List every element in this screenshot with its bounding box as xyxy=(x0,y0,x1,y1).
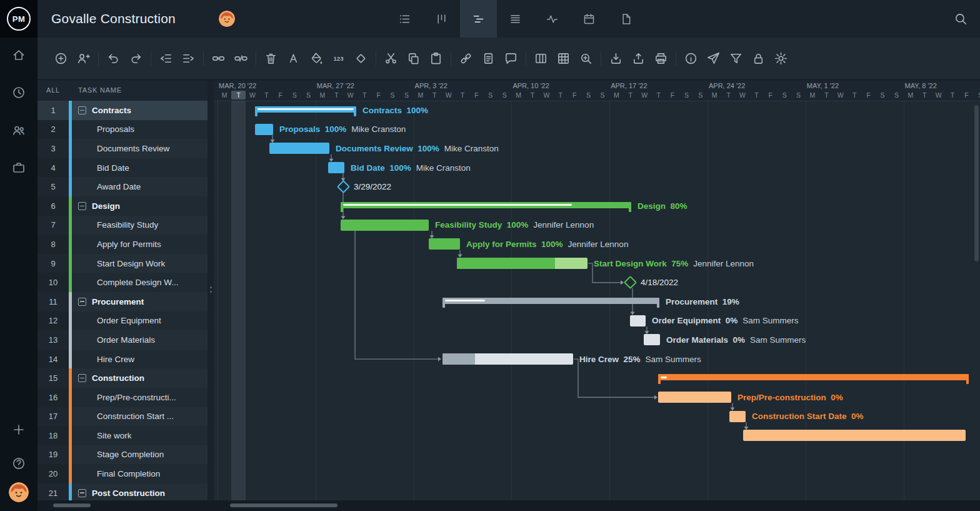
tab-board-view[interactable] xyxy=(423,0,460,38)
task-name[interactable]: Post Construction xyxy=(72,483,208,500)
task-name[interactable]: Bid Date xyxy=(72,158,208,178)
panel-splitter[interactable] xyxy=(208,80,214,500)
tab-gantt-view[interactable] xyxy=(460,0,497,38)
number-format-button[interactable]: 123 xyxy=(331,51,346,66)
fill-color-button[interactable] xyxy=(309,51,323,66)
nav-team-button[interactable] xyxy=(11,123,26,138)
gantt-bar-apply-permits[interactable] xyxy=(429,238,460,250)
task-row-18[interactable]: 18Site work xyxy=(38,426,208,445)
task-row-5[interactable]: 5Award Date xyxy=(38,177,208,196)
table-scroll-thumb[interactable] xyxy=(53,503,91,507)
print-button[interactable] xyxy=(654,51,668,66)
gantt-summary-bar-procurement[interactable] xyxy=(442,298,659,304)
gantt-bar-documents-review[interactable] xyxy=(269,143,329,154)
task-name[interactable]: Prep/Pre-constructi... xyxy=(72,388,208,407)
task-name[interactable]: Feasibility Study xyxy=(72,216,208,235)
task-row-12[interactable]: 12Order Equipment xyxy=(38,311,208,331)
indent-button[interactable] xyxy=(181,51,196,66)
undo-button[interactable] xyxy=(106,51,121,66)
gantt-bar-construction-start[interactable] xyxy=(729,411,746,422)
task-name[interactable]: Contracts xyxy=(72,101,208,120)
task-name[interactable]: Site work xyxy=(72,426,208,445)
task-name[interactable]: Construction xyxy=(72,368,208,388)
add-task-button[interactable] xyxy=(54,51,68,66)
tab-docs-view[interactable] xyxy=(608,0,644,38)
task-row-2[interactable]: 2Proposals xyxy=(38,120,208,139)
collapse-toggle[interactable] xyxy=(78,106,86,114)
vertical-scrollbar[interactable] xyxy=(974,105,979,261)
comment-button[interactable] xyxy=(504,51,518,66)
assign-user-button[interactable] xyxy=(76,51,91,66)
nav-portfolio-button[interactable] xyxy=(11,160,26,175)
task-name[interactable]: Design xyxy=(72,196,208,216)
task-name[interactable]: Construction Start ... xyxy=(72,407,208,427)
info-button[interactable] xyxy=(684,51,698,66)
task-name[interactable]: Award Date xyxy=(72,177,208,196)
task-row-21[interactable]: 21Post Construction xyxy=(38,483,208,500)
task-name[interactable]: Proposals xyxy=(72,120,208,139)
gantt-bar-hire-crew[interactable] xyxy=(442,353,573,365)
task-name[interactable]: Final Completion xyxy=(72,464,208,483)
gantt-bar-order-materials[interactable] xyxy=(644,334,660,345)
app-logo[interactable]: PM xyxy=(0,0,38,38)
delete-button[interactable] xyxy=(264,51,278,66)
add-milestone-button[interactable] xyxy=(354,51,368,66)
task-row-9[interactable]: 9Start Design Work xyxy=(38,254,208,273)
import-button[interactable] xyxy=(609,51,623,66)
task-name[interactable]: Complete Design W... xyxy=(72,273,208,292)
notes-button[interactable] xyxy=(481,51,496,66)
tab-activity-view[interactable] xyxy=(534,0,571,38)
gantt-bar-site-work[interactable] xyxy=(743,430,966,441)
lock-button[interactable] xyxy=(751,51,766,66)
nav-help-button[interactable] xyxy=(11,456,26,471)
gantt-summary-bar-design[interactable] xyxy=(341,202,631,208)
copy-button[interactable] xyxy=(406,51,421,66)
outdent-button[interactable] xyxy=(159,51,173,66)
redo-button[interactable] xyxy=(129,51,143,66)
nav-home-button[interactable] xyxy=(11,48,26,63)
task-row-6[interactable]: 6Design xyxy=(38,196,208,216)
tab-sheet-view[interactable] xyxy=(497,0,534,38)
task-row-16[interactable]: 16Prep/Pre-constructi... xyxy=(38,388,208,407)
task-row-10[interactable]: 10Complete Design W... xyxy=(38,273,208,292)
task-row-3[interactable]: 3Documents Review xyxy=(38,139,208,158)
collapse-toggle[interactable] xyxy=(78,202,86,210)
columns-button[interactable] xyxy=(534,51,548,66)
link-tasks-button[interactable] xyxy=(211,51,226,66)
task-name[interactable]: Apply for Permits xyxy=(72,235,208,254)
tab-calendar-view[interactable] xyxy=(571,0,608,38)
task-row-20[interactable]: 20Final Completion xyxy=(38,464,208,483)
gantt-bar-bid-date[interactable] xyxy=(328,162,344,173)
gantt-summary-bar-construction[interactable] xyxy=(658,374,969,380)
column-header-all[interactable]: ALL xyxy=(38,80,69,101)
nav-add-button[interactable] xyxy=(11,422,26,437)
task-row-14[interactable]: 14Hire Crew xyxy=(38,350,208,369)
column-header-task-name[interactable]: TASK NAME xyxy=(72,80,122,101)
table-grid-button[interactable] xyxy=(556,51,571,66)
task-row-1[interactable]: 1Contracts xyxy=(38,101,208,120)
task-row-15[interactable]: 15Construction xyxy=(38,368,208,388)
text-format-button[interactable] xyxy=(286,51,301,66)
gantt-scroll-thumb[interactable] xyxy=(230,503,338,507)
export-button[interactable] xyxy=(631,51,646,66)
cut-button[interactable] xyxy=(384,51,398,66)
gantt-bar-start-design[interactable] xyxy=(457,258,588,269)
gantt-bar-proposals[interactable] xyxy=(255,124,273,135)
user-avatar[interactable] xyxy=(9,482,29,502)
share-button[interactable] xyxy=(706,51,721,66)
gantt-bar-order-equipment[interactable] xyxy=(630,315,646,326)
project-owner-avatar[interactable] xyxy=(219,11,235,27)
task-row-19[interactable]: 19Stage Completion xyxy=(38,445,208,465)
task-name[interactable]: Documents Review xyxy=(72,139,208,158)
collapse-toggle[interactable] xyxy=(78,489,86,497)
task-name[interactable]: Stage Completion xyxy=(72,445,208,465)
task-name[interactable]: Start Design Work xyxy=(72,254,208,273)
zoom-button[interactable] xyxy=(579,51,593,66)
attach-link-button[interactable] xyxy=(459,51,473,66)
gantt-summary-bar-contracts[interactable] xyxy=(255,106,356,113)
task-row-17[interactable]: 17Construction Start ... xyxy=(38,407,208,427)
task-row-4[interactable]: 4Bid Date xyxy=(38,158,208,178)
task-row-13[interactable]: 13Order Materials xyxy=(38,330,208,350)
task-name[interactable]: Order Equipment xyxy=(72,311,208,331)
nav-my-work-button[interactable] xyxy=(11,85,26,100)
